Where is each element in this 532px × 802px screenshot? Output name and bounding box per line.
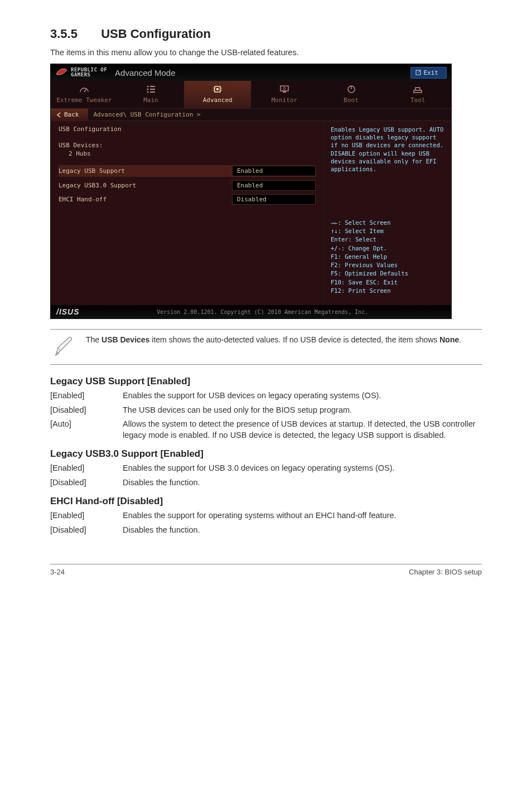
svg-rect-14 <box>280 86 288 91</box>
option-label: Legacy USB Support <box>59 167 232 175</box>
svg-point-6 <box>147 91 148 93</box>
tab-extreme-tweaker[interactable]: Extreme Tweaker <box>51 81 118 108</box>
definition-row: [Disabled] Disables the function. <box>50 477 482 489</box>
key-line: →←: Select Screen <box>331 219 444 227</box>
svg-point-15 <box>283 88 286 90</box>
tool-icon <box>412 84 423 94</box>
key-line: F12: Print Screen <box>331 287 444 295</box>
option-row-legacy-usb3[interactable]: Legacy USB3.0 Support Enabled <box>59 180 316 191</box>
svg-rect-19 <box>414 90 422 93</box>
definition-value: Allows the system to detect the presence… <box>123 419 482 441</box>
exit-button[interactable]: Exit <box>410 67 447 79</box>
panel-title: USB Configuration <box>59 125 316 133</box>
definition-row: [Enabled] Enables the support for operat… <box>50 510 482 521</box>
key-line: F2: Previous Values <box>331 261 444 269</box>
definition-key: [Auto] <box>50 419 123 441</box>
usb-devices-value: 2 Hubs <box>69 150 316 157</box>
back-label: Back <box>64 111 79 118</box>
svg-line-1 <box>84 89 86 92</box>
list-icon <box>146 84 157 94</box>
bios-tabs: Extreme Tweaker Main Advanced Monitor Bo… <box>51 81 451 108</box>
help-text: Enables Legacy USB support. AUTO option … <box>331 125 444 173</box>
back-arrow-icon <box>56 112 62 118</box>
note-text: The USB Devices item shows the auto-dete… <box>86 335 461 344</box>
brand-bottom: GAMERS <box>71 73 107 78</box>
definition-value: The USB devices can be used only for the… <box>123 405 482 416</box>
intro-text: The items in this menu allow you to chan… <box>50 48 482 57</box>
tab-label: Tool <box>410 96 425 104</box>
definition-row: [Enabled] Enables the support for USB de… <box>50 390 482 402</box>
section-heading: 3.5.5 USB Configuration <box>50 27 482 41</box>
bios-titlebar: REPUBLIC OF GAMERS Advanced Mode Exit <box>51 64 451 81</box>
key-line: F10: Save ESC: Exit <box>331 278 444 287</box>
mode-label: Advanced Mode <box>115 68 175 78</box>
rog-eye-icon <box>55 67 67 78</box>
note-fragment: item shows the auto-detected values. If … <box>149 335 439 344</box>
key-legend: →←: Select Screen ↑↓: Select Item Enter:… <box>331 219 444 301</box>
definition-key: [Disabled] <box>50 525 123 536</box>
monitor-icon <box>279 84 290 94</box>
definition-value: Disables the function. <box>123 477 482 489</box>
tab-label: Advanced <box>203 96 233 104</box>
section-title: USB Configuration <box>101 27 211 41</box>
option-row-legacy-usb[interactable]: Legacy USB Support Enabled <box>59 165 316 177</box>
definition-key: [Disabled] <box>50 405 123 416</box>
option-value[interactable]: Disabled <box>232 194 316 205</box>
key-line: F5: Optimized Defaults <box>331 269 444 278</box>
tab-main[interactable]: Main <box>118 81 185 108</box>
svg-rect-5 <box>150 89 155 90</box>
section-number: 3.5.5 <box>50 27 98 41</box>
svg-point-4 <box>147 89 148 90</box>
option-label: EHCI Hand-off <box>59 196 232 203</box>
note-bold: USB Devices <box>101 335 149 344</box>
bios-body: USB Configuration USB Devices: 2 Hubs Le… <box>51 121 451 305</box>
tab-boot[interactable]: Boot <box>318 81 385 108</box>
tab-label: Extreme Tweaker <box>56 96 112 104</box>
pencil-icon <box>52 335 76 359</box>
svg-rect-3 <box>150 86 155 87</box>
bios-footer: /ISUS Version 2.00.1201. Copyright (C) 2… <box>51 305 451 318</box>
page-number: 3-24 <box>50 568 65 576</box>
chapter-label: Chapter 3: BIOS setup <box>409 568 482 576</box>
svg-rect-16 <box>283 91 286 93</box>
key-line: Enter: Select <box>331 235 444 244</box>
note-fragment: . <box>459 335 461 344</box>
back-button[interactable]: Back <box>51 109 88 120</box>
definition-value: Enables the support for USB devices on l… <box>123 390 482 402</box>
gauge-icon <box>79 84 90 94</box>
key-line: F1: General Help <box>331 253 444 261</box>
definition-value: Disables the function. <box>123 525 482 536</box>
asus-logo: /ISUS <box>56 307 80 316</box>
option-value[interactable]: Enabled <box>232 180 316 191</box>
setting-heading: EHCI Hand-off [Disabled] <box>50 496 482 507</box>
svg-rect-7 <box>150 91 155 93</box>
svg-point-2 <box>147 86 148 88</box>
svg-rect-9 <box>216 88 219 90</box>
setting-heading: Legacy USB Support [Enabled] <box>50 376 482 387</box>
tab-label: Main <box>143 96 158 104</box>
note-fragment: The <box>86 335 101 344</box>
usb-devices-label: USB Devices: <box>59 142 316 149</box>
page-footer: 3-24 Chapter 3: BIOS setup <box>50 564 482 576</box>
definition-value: Enables the support for operating system… <box>123 510 482 521</box>
bios-right-panel: Enables Legacy USB support. AUTO option … <box>324 121 451 305</box>
option-row-ehci[interactable]: EHCI Hand-off Disabled <box>59 194 316 205</box>
bios-window: REPUBLIC OF GAMERS Advanced Mode Exit Ex… <box>50 64 452 319</box>
tab-label: Monitor <box>272 96 297 104</box>
breadcrumb: Advanced\ USB Configuration > <box>88 109 206 120</box>
option-value[interactable]: Enabled <box>232 166 316 176</box>
definition-key: [Enabled] <box>50 510 123 521</box>
breadcrumb-row: Back Advanced\ USB Configuration > <box>51 108 451 121</box>
definition-row: [Disabled] The USB devices can be used o… <box>50 405 482 416</box>
tab-monitor[interactable]: Monitor <box>251 81 318 108</box>
definition-key: [Enabled] <box>50 390 123 402</box>
definition-row: [Enabled] Enables the support for USB 3.… <box>50 463 482 474</box>
chip-icon <box>212 84 223 94</box>
setting-heading: Legacy USB3.0 Support [Enabled] <box>50 448 482 460</box>
note-box: The USB Devices item shows the auto-dete… <box>50 329 482 365</box>
power-icon <box>346 84 357 94</box>
note-bold: None <box>439 335 459 344</box>
tab-advanced[interactable]: Advanced <box>184 81 251 108</box>
tab-tool[interactable]: Tool <box>384 81 451 108</box>
rog-logo: REPUBLIC OF GAMERS <box>55 67 107 78</box>
